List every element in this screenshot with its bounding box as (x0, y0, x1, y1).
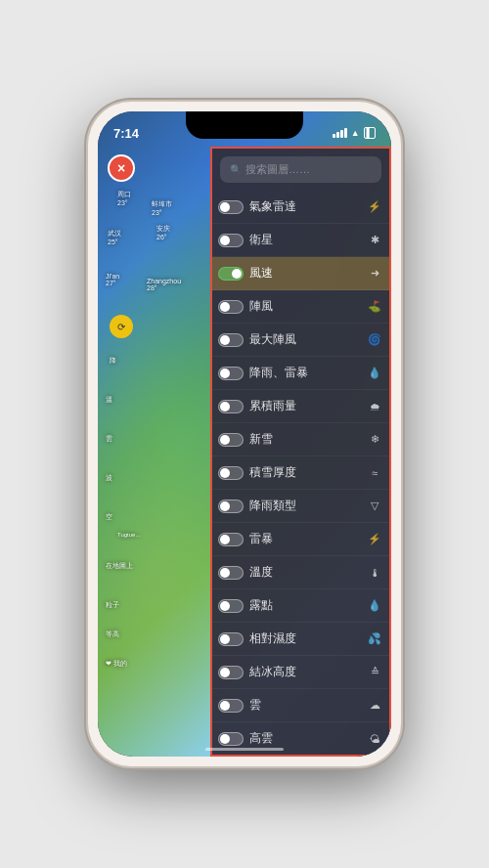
battery-icon: ▌ (364, 127, 376, 139)
signal-icon (333, 128, 347, 138)
layer-icon-new-snow: ❄ (368, 433, 381, 446)
close-icon: × (117, 160, 125, 176)
toggle-rain-type[interactable] (218, 499, 244, 513)
close-button[interactable]: × (108, 154, 135, 182)
layer-item-max-gust[interactable]: 最大陣風🌀 (212, 324, 389, 357)
layer-icon-snow-depth: ≈ (368, 467, 381, 479)
layer-item-radar[interactable]: 氣象雷達⚡ (212, 191, 389, 224)
layer-item-freezing-level[interactable]: 結冰高度≙ (212, 656, 389, 689)
layer-name-radar: 氣象雷達 (249, 198, 362, 215)
layer-item-thunder[interactable]: 雷暴⚡ (212, 523, 389, 556)
toggle-cloud[interactable] (218, 699, 244, 713)
layer-name-rain-type: 降雨類型 (249, 498, 362, 514)
toggle-snow-depth[interactable] (218, 466, 244, 480)
layer-icon-max-gust: 🌀 (368, 333, 381, 346)
layer-item-accumulated-rain[interactable]: 累積雨量🌧 (212, 390, 389, 423)
layer-name-dew-point: 露點 (249, 597, 362, 614)
layer-name-new-snow: 新雪 (249, 431, 362, 448)
layer-icon-humidity: 💦 (368, 632, 381, 645)
layer-icon-rain-thunder: 💧 (368, 367, 381, 379)
layer-item-satellite[interactable]: 衛星✱ (212, 224, 389, 257)
layer-name-high-cloud: 高雲 (249, 730, 362, 747)
layer-icon-accumulated-rain: 🌧 (368, 401, 381, 412)
layer-icon-thunder: ⚡ (368, 533, 381, 545)
phone-screen: 周口23° 蚌埠市23° 武汉25° 安庆26° Ji'an27° Zhangz… (98, 111, 391, 757)
layer-icon-temperature: 🌡 (368, 567, 381, 579)
layer-icon-rain-type: ▽ (368, 499, 381, 512)
toggle-satellite[interactable] (218, 234, 244, 247)
layer-name-humidity: 相對濕度 (249, 630, 362, 647)
phone-frame: 周口23° 蚌埠市23° 武汉25° 安庆26° Ji'an27° Zhangz… (88, 102, 401, 766)
toggle-dew-point[interactable] (218, 599, 244, 613)
toggle-freezing-level[interactable] (218, 666, 244, 679)
layer-name-accumulated-rain: 累積雨量 (249, 398, 362, 414)
toggle-radar[interactable] (218, 200, 244, 214)
home-indicator (205, 748, 284, 751)
layer-panel: 🔍 搜索圖層…… 氣象雷達⚡衛星✱風速➜陣風⛳最大陣風🌀降雨、雷暴💧累積雨量🌧新… (210, 147, 391, 757)
toggle-gust[interactable] (218, 300, 244, 314)
layer-icon-freezing-level: ≙ (368, 666, 381, 678)
toggle-humidity[interactable] (218, 632, 244, 646)
layer-item-rain-type[interactable]: 降雨類型▽ (212, 490, 389, 523)
layer-name-wind: 風速 (249, 265, 362, 282)
layer-name-max-gust: 最大陣風 (249, 331, 362, 348)
layer-icon-high-cloud: 🌤 (368, 733, 381, 745)
status-time: 7:14 (113, 126, 139, 141)
layer-name-temperature: 溫度 (249, 564, 362, 581)
toggle-high-cloud[interactable] (218, 732, 244, 746)
layer-item-humidity[interactable]: 相對濕度💦 (212, 623, 389, 656)
layer-icon-radar: ⚡ (368, 200, 381, 213)
notch (186, 111, 303, 139)
layer-icon-satellite: ✱ (368, 234, 381, 246)
layer-icon-dew-point: 💧 (368, 599, 381, 612)
layer-item-temperature[interactable]: 溫度🌡 (212, 556, 389, 589)
toggle-wind[interactable] (218, 267, 244, 281)
search-bar[interactable]: 🔍 搜索圖層…… (220, 156, 381, 183)
layer-item-cloud[interactable]: 雲☁ (212, 689, 389, 722)
layer-item-snow-depth[interactable]: 積雪厚度≈ (212, 456, 389, 490)
search-icon: 🔍 (230, 164, 242, 175)
toggle-max-gust[interactable] (218, 333, 244, 347)
layer-name-cloud: 雲 (249, 697, 362, 714)
layer-list: 氣象雷達⚡衛星✱風速➜陣風⛳最大陣風🌀降雨、雷暴💧累積雨量🌧新雪❄積雪厚度≈降雨… (212, 191, 389, 755)
layer-name-gust: 陣風 (249, 298, 362, 315)
toggle-temperature[interactable] (218, 566, 244, 580)
layer-name-thunder: 雷暴 (249, 531, 362, 547)
search-placeholder: 搜索圖層…… (245, 162, 310, 177)
layer-item-rain-thunder[interactable]: 降雨、雷暴💧 (212, 357, 389, 390)
layer-item-new-snow[interactable]: 新雪❄ (212, 423, 389, 456)
layer-item-wind[interactable]: 風速➜ (212, 257, 389, 290)
layer-icon-cloud: ☁ (368, 699, 381, 712)
wifi-icon: ▲ (351, 128, 360, 138)
toggle-accumulated-rain[interactable] (218, 400, 244, 413)
layer-name-snow-depth: 積雪厚度 (249, 464, 362, 481)
toggle-rain-thunder[interactable] (218, 367, 244, 380)
layer-icon-wind: ➜ (368, 267, 381, 280)
layer-name-freezing-level: 結冰高度 (249, 664, 362, 680)
layer-item-gust[interactable]: 陣風⛳ (212, 290, 389, 324)
layer-name-rain-thunder: 降雨、雷暴 (249, 365, 362, 381)
status-icons: ▲ ▌ (333, 127, 376, 139)
layer-item-dew-point[interactable]: 露點💧 (212, 589, 389, 623)
toggle-new-snow[interactable] (218, 433, 244, 447)
layer-name-satellite: 衛星 (249, 232, 362, 248)
layer-icon-gust: ⛳ (368, 300, 381, 313)
wind-indicator: ⟳ (110, 315, 133, 338)
toggle-thunder[interactable] (218, 533, 244, 546)
